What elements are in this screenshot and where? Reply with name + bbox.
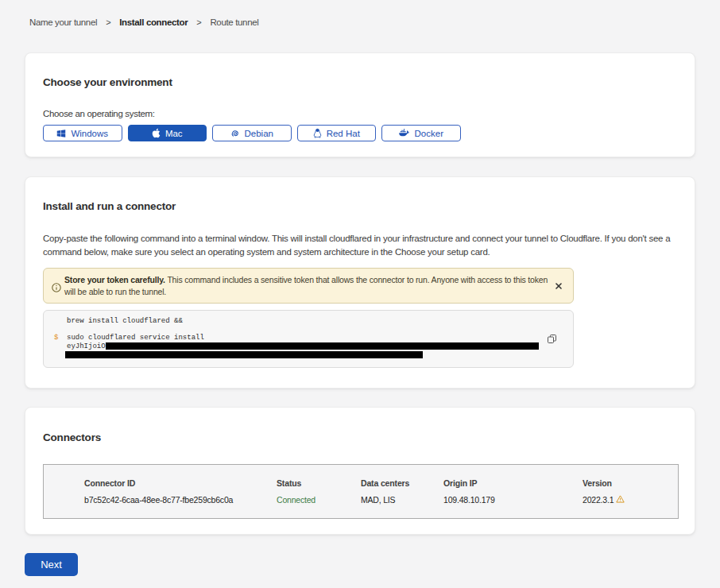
- install-instructions: Copy-paste the following command into a …: [43, 232, 670, 258]
- os-button-docker[interactable]: Docker: [381, 125, 461, 141]
- code-line-1: brew install cloudflared &&: [67, 317, 539, 326]
- breadcrumb-separator: >: [106, 17, 110, 27]
- os-button-debian[interactable]: Debian: [212, 125, 292, 141]
- debian-icon: [230, 129, 240, 138]
- os-button-label: Mac: [165, 129, 183, 138]
- shell-prompt: $: [54, 334, 58, 342]
- code-line-2: sudo cloudflared service install: [67, 334, 539, 342]
- breadcrumb-install-connector[interactable]: Install connector: [119, 17, 188, 27]
- linux-penguin-icon: [313, 128, 322, 138]
- os-button-label: Debian: [245, 129, 273, 138]
- header-status: Status: [277, 478, 301, 488]
- header-connector-id: Connector ID: [84, 478, 135, 488]
- token-warning-text: Store your token carefully. This command…: [64, 274, 548, 298]
- os-select-label: Choose an operating system:: [43, 109, 155, 118]
- close-icon[interactable]: [552, 280, 565, 292]
- os-button-label: Red Hat: [327, 129, 360, 138]
- os-button-group: Windows Mac Debian: [43, 125, 461, 141]
- data-centers-value: MAD, LIS: [361, 495, 395, 505]
- apple-icon: [152, 128, 161, 138]
- docker-icon: [399, 129, 410, 137]
- breadcrumb-name-your-tunnel[interactable]: Name your tunnel: [29, 17, 97, 27]
- breadcrumb: Name your tunnel > Install connector > R…: [29, 17, 258, 27]
- warning-triangle-icon: [616, 495, 625, 505]
- token-redaction-bar: [106, 342, 539, 350]
- copy-icon[interactable]: [545, 334, 558, 346]
- header-data-centers: Data centers: [361, 478, 409, 488]
- connectors-card: Connectors Connector ID Status Data cent…: [25, 407, 695, 535]
- install-command-block: $ brew install cloudflared && sudo cloud…: [43, 310, 574, 368]
- os-button-label: Docker: [415, 129, 443, 138]
- install-connector-card: Install and run a connector Copy-paste t…: [25, 176, 695, 389]
- install-connector-page: Name your tunnel > Install connector > R…: [0, 0, 720, 588]
- os-button-redhat[interactable]: Red Hat: [297, 125, 377, 141]
- code-line-blank: [67, 326, 539, 335]
- install-connector-title: Install and run a connector: [43, 199, 176, 213]
- connectors-title: Connectors: [43, 431, 101, 444]
- next-button[interactable]: Next: [25, 553, 78, 576]
- windows-icon: [56, 129, 66, 138]
- header-version: Version: [583, 478, 612, 488]
- choose-environment-card: Choose your environment Choose an operat…: [25, 52, 695, 157]
- header-origin-ip: Origin IP: [443, 478, 477, 488]
- os-button-windows[interactable]: Windows: [43, 125, 122, 141]
- breadcrumb-route-tunnel[interactable]: Route tunnel: [210, 17, 258, 27]
- os-button-mac[interactable]: Mac: [128, 125, 207, 141]
- choose-environment-title: Choose your environment: [43, 75, 172, 89]
- connector-id-value: b7c52c42-6caa-48ee-8c77-fbe259cb6c0a: [84, 495, 233, 505]
- connectors-table: Connector ID Status Data centers Origin …: [43, 464, 679, 519]
- origin-ip-value: 109.48.10.179: [443, 495, 495, 505]
- version-value: 2022.3.1: [583, 495, 625, 505]
- code-line-token: eyJhIjoiO: [67, 342, 539, 351]
- breadcrumb-separator: >: [196, 17, 201, 27]
- code-line-token-2: [67, 350, 539, 359]
- os-button-label: Windows: [71, 129, 108, 138]
- token-redaction-bar: [65, 351, 423, 358]
- status-badge: Connected: [277, 495, 315, 505]
- token-warning-banner: Store your token carefully. This command…: [43, 268, 574, 304]
- info-circle-icon: [52, 281, 61, 296]
